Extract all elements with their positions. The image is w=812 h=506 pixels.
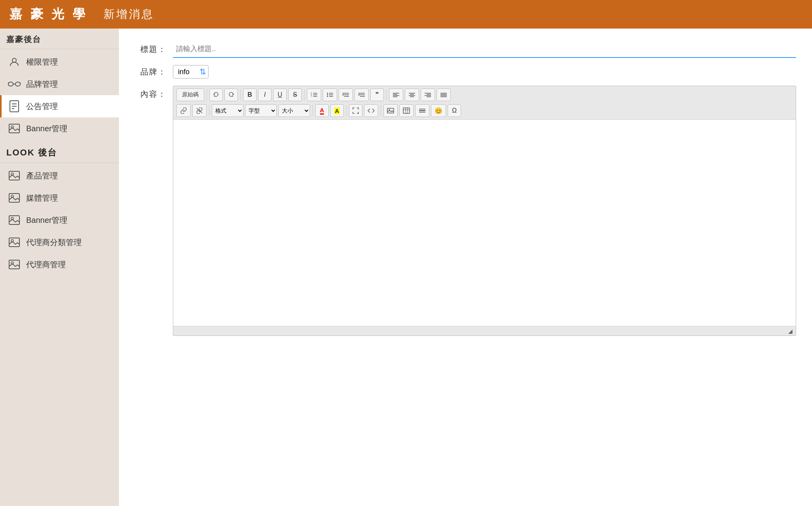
svg-rect-18 [9,238,19,247]
strikethrough-button[interactable]: S [288,88,302,101]
glasses-icon [8,78,21,90]
svg-rect-57 [387,108,394,113]
italic-button[interactable]: I [258,88,272,101]
font-select[interactable]: 字型 [245,104,277,117]
toolbar-divider2 [240,89,241,100]
svg-rect-10 [9,124,19,133]
svg-rect-16 [9,216,19,224]
sidebar-item-agent-cat[interactable]: 代理商分類管理 [0,231,119,253]
special-char-button[interactable]: Ω [448,104,461,117]
sidebar-item-agent[interactable]: 代理商管理 [0,253,119,276]
svg-rect-59 [403,108,410,113]
title-row: 標題： [135,40,796,58]
sidebar-item-product-label: 產品管理 [26,171,58,181]
brand-row: 品牌： info look other ⇅ [135,65,796,79]
blockquote-button[interactable]: " [370,88,384,101]
sidebar-item-announcement-label: 公告管理 [26,101,58,112]
toolbar-divider6 [312,105,313,116]
editor-toolbar: 原始碼 B I U S [173,86,796,120]
brand-select[interactable]: info look other [173,65,209,79]
table-button[interactable] [399,104,414,117]
sidebar-divider1 [0,49,119,49]
align-justify-button[interactable] [437,88,451,101]
sidebar-item-media[interactable]: 媒體管理 [0,187,119,209]
format-select[interactable]: 格式 [212,104,243,117]
editor-container: 原始碼 B I U S [173,86,796,336]
sidebar-item-product[interactable]: 產品管理 [0,165,119,187]
svg-line-5 [20,82,21,84]
toolbar-divider4 [386,89,387,100]
toolbar-divider3 [304,89,304,100]
app-title: 嘉 豪 光 學 [10,6,88,23]
image-icon2 [8,169,21,182]
sidebar-item-banner2-label: Banner管理 [26,215,68,226]
layout: 嘉豪後台 權限管理 品牌管理 [0,29,812,506]
hr-button[interactable] [415,104,429,117]
svg-text:3: 3 [311,95,312,97]
content-label: 內容： [135,89,167,100]
person-icon [8,56,21,68]
align-center-button[interactable] [405,88,419,101]
image-icon4 [8,214,21,226]
editor-body[interactable] [173,120,796,326]
link-button[interactable] [176,104,191,117]
unlink-button[interactable] [192,104,207,117]
brand-label: 品牌： [135,67,167,77]
emoji-button[interactable]: 😊 [431,104,446,117]
sidebar-item-permission-label: 權限管理 [26,57,58,67]
font-color-button[interactable]: A [315,104,329,117]
sidebar-divider2 [0,163,119,163]
sidebar-item-agent-cat-label: 代理商分類管理 [26,237,82,248]
sidebar: 嘉豪後台 權限管理 品牌管理 [0,29,119,506]
sidebar-item-banner2[interactable]: Banner管理 [0,209,119,231]
sidebar-item-announcement[interactable]: 公告管理 [0,95,119,117]
sidebar-item-banner1-label: Banner管理 [26,123,68,134]
code-button[interactable] [364,104,378,117]
toolbar-divider8 [381,105,381,116]
sidebar-item-banner1[interactable]: Banner管理 [0,117,119,140]
title-label: 標題： [135,44,167,55]
sidebar-section1-label: 嘉豪後台 [0,29,119,49]
align-left-button[interactable] [389,88,403,101]
indent-button[interactable] [354,88,369,101]
image-button[interactable] [383,104,398,117]
svg-point-0 [12,58,16,62]
document-icon [8,100,21,113]
brand-select-wrapper: info look other ⇅ [173,65,209,79]
toolbar-divider5 [209,105,209,116]
toolbar-divider1 [207,89,207,100]
size-select[interactable]: 大小 [278,104,310,117]
sidebar-item-agent-label: 代理商管理 [26,259,66,270]
svg-rect-20 [9,260,19,269]
page-title: 新增消息 [103,7,154,22]
font-bgcolor-button[interactable]: A [330,104,344,117]
unordered-list-button[interactable] [323,88,337,101]
svg-point-32 [327,94,328,96]
svg-point-31 [327,93,328,94]
svg-point-33 [327,96,328,97]
sidebar-item-permission[interactable]: 權限管理 [0,51,119,73]
sidebar-item-media-label: 媒體管理 [26,193,58,203]
redo-button[interactable] [224,88,238,101]
svg-rect-12 [9,171,19,180]
header: 嘉 豪 光 學 新增消息 [0,0,812,29]
resize-handle[interactable]: ◢ [788,328,793,334]
image-icon1 [8,122,21,135]
editor-statusbar: ◢ [173,326,796,335]
bold-button[interactable]: B [243,88,257,101]
fullscreen-button[interactable] [349,104,362,117]
sidebar-item-brand[interactable]: 品牌管理 [0,73,119,95]
image-icon3 [8,192,21,204]
title-input[interactable] [173,40,796,58]
main-content: 標題： 品牌： info look other ⇅ 內容： 原 [119,29,812,506]
toolbar-row1: 原始碼 B I U S [176,88,793,101]
sidebar-section2-label: LOOK 後台 [0,140,119,163]
toolbar-divider7 [346,105,347,116]
source-button[interactable]: 原始碼 [176,88,204,101]
align-right-button[interactable] [421,88,435,101]
undo-button[interactable] [209,88,223,101]
outdent-button[interactable] [339,88,353,101]
underline-button[interactable]: U [273,88,287,101]
ordered-list-button[interactable]: 1 2 3 [307,88,321,101]
svg-line-4 [8,82,8,84]
